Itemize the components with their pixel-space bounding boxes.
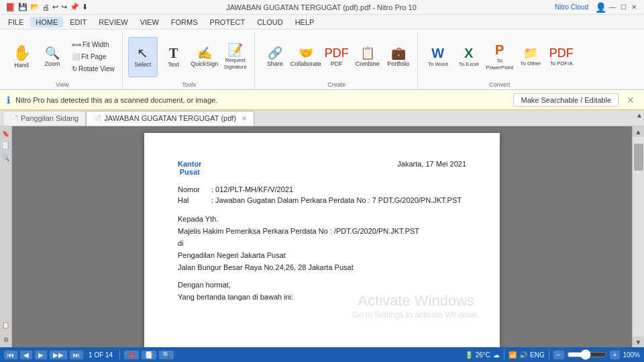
select-icon: ↖ bbox=[137, 46, 148, 60]
pdf-icon: PDF bbox=[325, 47, 349, 59]
share-button[interactable]: 🔗 Share bbox=[260, 37, 290, 77]
pengadilan-text: Pengadilan Negeri Jakarta Pusat bbox=[178, 251, 466, 259]
ppt-icon: P bbox=[495, 43, 504, 56]
menu-protect[interactable]: PROTECT bbox=[205, 17, 251, 28]
scrollbar-thumb[interactable] bbox=[634, 144, 643, 171]
to-excel-button[interactable]: X To Excel bbox=[454, 37, 484, 77]
tab-close-button[interactable]: ✕ bbox=[241, 115, 247, 122]
close-button[interactable]: ✕ bbox=[629, 3, 639, 12]
to-pdfa-label: To PDF/A bbox=[550, 60, 573, 67]
quick-redo[interactable]: ↪ bbox=[61, 3, 67, 11]
menu-view[interactable]: VIEW bbox=[135, 17, 164, 28]
ribbon-group-create: 🔗 Share 🤝 Collaborate PDF PDF 📋 Combine … bbox=[256, 32, 418, 89]
sidebar-icon-2[interactable]: 📑 bbox=[1, 141, 11, 150]
zoom-slider[interactable] bbox=[567, 349, 607, 360]
to-other-button[interactable]: 📁 To Other bbox=[516, 37, 545, 77]
menu-edit[interactable]: EDIT bbox=[64, 17, 92, 28]
share-icon: 🔗 bbox=[268, 47, 282, 59]
to-pdfa-button[interactable]: PDF To PDF/A bbox=[547, 37, 576, 77]
pages-view-button[interactable]: 📑 bbox=[142, 351, 156, 359]
notification-close-button[interactable]: ✕ bbox=[624, 93, 637, 107]
sidebar-icon-1[interactable]: 🔖 bbox=[1, 129, 11, 138]
combine-button[interactable]: 📋 Combine bbox=[353, 37, 382, 77]
rotate-label: Rotate View bbox=[78, 65, 115, 73]
to-powerpoint-button[interactable]: P To PowerPoint bbox=[485, 37, 515, 77]
portfolio-button[interactable]: 💼 Portfolio bbox=[384, 37, 413, 77]
collaborate-button[interactable]: 🤝 Collaborate bbox=[291, 37, 321, 77]
tab-panggilan-sidang[interactable]: 📄 Panggilan Sidang bbox=[3, 111, 86, 126]
portfolio-icon: 💼 bbox=[391, 47, 406, 59]
request-signature-button[interactable]: 📝 Request Signature bbox=[221, 37, 250, 77]
select-label: Select bbox=[134, 61, 151, 68]
collaborate-icon: 🤝 bbox=[299, 47, 313, 59]
zoom-tool-button[interactable]: 🔍 Zoom bbox=[38, 37, 67, 77]
nitro-cloud-label[interactable]: Nitro Cloud bbox=[555, 3, 588, 11]
maximize-button[interactable]: ☐ bbox=[619, 3, 628, 12]
ribbon-body: ✋ Hand 🔍 Zoom ⟺ Fit Width ⬜ Fit Page bbox=[0, 30, 644, 89]
nomor-value: : 012/PLT-MH/KF/V/2021 bbox=[211, 185, 466, 193]
sidebar-icon-bottom-2[interactable]: ⚙ bbox=[1, 335, 11, 345]
right-sidebar: ▲ ▼ bbox=[632, 126, 644, 347]
nav-first-button[interactable]: ⏮ bbox=[4, 351, 17, 359]
rotate-view-button[interactable]: ↻ Rotate View bbox=[68, 63, 118, 75]
create-buttons: 🔗 Share 🤝 Collaborate PDF PDF 📋 Combine … bbox=[260, 32, 413, 81]
nav-play-button[interactable]: ▶ bbox=[35, 351, 47, 359]
menu-home[interactable]: HOME bbox=[30, 17, 63, 28]
ribbon-group-convert: W To Word X To Excel P To PowerPoint 📁 T… bbox=[419, 32, 580, 89]
pdf-button[interactable]: PDF PDF bbox=[322, 37, 352, 77]
quick-save[interactable]: 💾 bbox=[18, 3, 28, 11]
hand-tool-button[interactable]: ✋ Hand bbox=[7, 37, 36, 77]
sidebar-icon-bottom-1[interactable]: 📋 bbox=[1, 320, 11, 330]
fit-width-button[interactable]: ⟺ Fit Width bbox=[68, 39, 118, 50]
zoom-in-button[interactable]: + bbox=[610, 351, 621, 359]
create-group-label: Create bbox=[327, 81, 345, 89]
tools-group-label: Tools bbox=[182, 81, 196, 89]
user-icon[interactable]: 👤 bbox=[595, 2, 606, 13]
minimize-button[interactable]: — bbox=[608, 3, 617, 12]
zoom-out-button[interactable]: − bbox=[553, 351, 564, 359]
request-sig-label: Request Signature bbox=[223, 57, 248, 70]
hand-label: Hand bbox=[14, 62, 29, 69]
menu-forms[interactable]: FORMS bbox=[166, 17, 203, 28]
search-view-button[interactable]: 🔍 bbox=[159, 351, 174, 359]
quick-pin[interactable]: 📌 bbox=[70, 3, 79, 11]
make-searchable-button[interactable]: Make Searchable / Editable bbox=[513, 93, 619, 107]
fit-page-button[interactable]: ⬜ Fit Page bbox=[68, 51, 118, 62]
status-bar: ⏮ ◀ ▶ ▶▶ ⏭ 1 OF 14 🔖 📑 🔍 🔋 26°C ☁ 📶 🔊 EN… bbox=[0, 347, 644, 362]
nav-next-button[interactable]: ▶▶ bbox=[50, 351, 67, 359]
tabs-scroll-up[interactable]: ▲ bbox=[636, 111, 643, 119]
nav-last-button[interactable]: ⏭ bbox=[70, 351, 83, 359]
to-ppt-label: To PowerPoint bbox=[486, 58, 513, 71]
sidebar-icon-3[interactable]: 🔍 bbox=[1, 153, 11, 163]
document-viewer[interactable]: Kantor Pusat Jakarta, 17 Mei 2021 Nomor … bbox=[12, 126, 632, 347]
text-tool-button[interactable]: T Text bbox=[159, 37, 189, 77]
other-icon: 📁 bbox=[523, 47, 538, 59]
tabs-scroll-area: ▲ bbox=[636, 111, 643, 119]
title-bar-left: 📕 💾 📂 🖨 ↩ ↪ 📌 ⬇ bbox=[5, 3, 88, 12]
to-word-button[interactable]: W To Word bbox=[423, 37, 453, 77]
quick-undo[interactable]: ↩ bbox=[52, 3, 58, 11]
quick-open[interactable]: 📂 bbox=[30, 3, 40, 11]
nav-prev-button[interactable]: ◀ bbox=[20, 351, 32, 359]
ribbon-group-tools: ↖ Select T Text ✍ QuickSign 📝 Request Si… bbox=[124, 32, 255, 89]
collaborate-label: Collaborate bbox=[290, 60, 321, 67]
quick-down[interactable]: ⬇ bbox=[82, 3, 88, 11]
select-tool-button[interactable]: ↖ Select bbox=[128, 37, 158, 77]
tab-jawaban-gugatan[interactable]: 📄 JAWABAN GUGATAN TERGUGAT (pdf) ✕ bbox=[86, 111, 254, 126]
scroll-down-button[interactable]: ▼ bbox=[633, 336, 644, 347]
menu-help[interactable]: HELP bbox=[290, 17, 320, 28]
scroll-up-button[interactable]: ▲ bbox=[633, 126, 644, 137]
menu-cloud[interactable]: CLOUD bbox=[252, 17, 288, 28]
sound-icon: 🔊 bbox=[519, 351, 527, 359]
menu-review[interactable]: REVIEW bbox=[93, 17, 133, 28]
quick-print[interactable]: 🖨 bbox=[42, 3, 50, 11]
document-tabs: 📄 Panggilan Sidang 📄 JAWABAN GUGATAN TER… bbox=[0, 110, 644, 126]
menu-file[interactable]: FILE bbox=[3, 17, 29, 28]
share-label: Share bbox=[267, 60, 283, 67]
quicksign-button[interactable]: ✍ QuickSign bbox=[190, 37, 219, 77]
scrollbar-track[interactable] bbox=[633, 137, 644, 336]
tab-icon-2: 📄 bbox=[93, 115, 101, 122]
notification-text: Nitro Pro has detected this as a scanned… bbox=[15, 96, 508, 104]
nomor-label: Nomor bbox=[178, 185, 211, 193]
bookmark-view-button[interactable]: 🔖 bbox=[124, 351, 139, 359]
